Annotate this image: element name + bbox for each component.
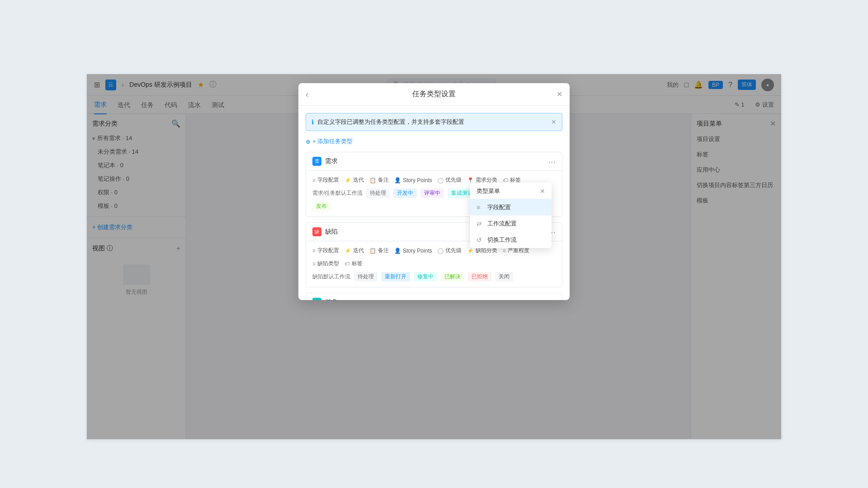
bug-icon: 缺 — [312, 227, 321, 236]
info-banner-close[interactable]: ✕ — [551, 118, 557, 126]
field-priority-demand[interactable]: ◯ 优先级 — [438, 176, 462, 184]
bug-status-fixing[interactable]: 修复中 — [414, 272, 437, 282]
modal-title: 任务类型设置 — [412, 89, 456, 99]
bug-status-pending[interactable]: 待处理 — [354, 272, 377, 282]
context-menu-item-field-config[interactable]: ≡ 字段配置 — [470, 199, 552, 216]
status-developing[interactable]: 开发中 — [393, 188, 417, 198]
bug-status-reopen[interactable]: 重新打开 — [381, 272, 410, 282]
field-story-points-demand[interactable]: 👤 Story Points — [394, 177, 432, 183]
section-demand-header: 需 需求 ··· — [306, 152, 562, 171]
bug-status-resolved[interactable]: 已解决 — [441, 272, 464, 282]
field-priority-bug[interactable]: ◯ 优先级 — [438, 247, 462, 254]
section-task-header: 任 任务 ··· — [306, 293, 562, 300]
workflow-config-icon: ⇄ — [476, 220, 484, 227]
info-banner: ℹ 自定义字段已调整为任务类型配置，并支持多套字段配置 ✕ — [306, 113, 562, 131]
task-icon: 任 — [312, 298, 321, 300]
field-story-points-bug[interactable]: 👤 Story Points — [394, 248, 432, 254]
modal-header: ‹ 任务类型设置 ✕ — [298, 83, 570, 106]
add-icon: ⊕ — [306, 138, 311, 145]
field-config-demand[interactable]: ≡ 字段配置 — [312, 176, 339, 184]
field-iteration-demand[interactable]: ⚡ 迭代 — [344, 176, 364, 184]
info-text: 自定义字段已调整为任务类型配置，并支持多套字段配置 — [317, 118, 464, 126]
section-bug-body: ≡ 字段配置 ⚡ 迭代 📋 备注 👤 Story Points ◯ 优先级 ⚡ … — [306, 241, 562, 287]
field-label-bug[interactable]: 🏷 标签 — [344, 260, 363, 267]
bug-title: 缺陷 — [325, 228, 338, 236]
status-pending-demand[interactable]: 待处理 — [366, 188, 390, 198]
context-menu-close[interactable]: ✕ — [540, 188, 545, 195]
bug-status-rejected[interactable]: 已拒绝 — [468, 272, 491, 282]
modal-close-icon[interactable]: ✕ — [557, 90, 562, 99]
switch-workflow-icon: ↺ — [476, 236, 484, 244]
workflow-label-bug: 缺陷默认工作流 — [312, 273, 350, 281]
demand-icon: 需 — [312, 157, 321, 166]
add-type-link[interactable]: ⊕ + 添加任务类型 — [306, 137, 562, 145]
field-config-bug[interactable]: ≡ 字段配置 — [312, 247, 339, 254]
context-menu: 类型菜单 ✕ ≡ 字段配置 ⇄ 工作流配置 ↺ 切换工作流 — [470, 183, 552, 248]
field-note-demand[interactable]: 📋 备注 — [369, 176, 389, 184]
modal-back-icon[interactable]: ‹ — [306, 89, 309, 99]
task-title: 任务 — [325, 298, 338, 300]
demand-more-icon[interactable]: ··· — [548, 157, 556, 166]
context-menu-header: 类型菜单 ✕ — [470, 183, 552, 199]
field-iteration-bug[interactable]: ⚡ 迭代 — [344, 247, 364, 254]
info-icon-banner: ℹ — [311, 118, 314, 126]
section-task: 任 任务 ··· ≡ 字段配置 ⚡ 迭代 📋 备注 ◯ 优先级 🏷 标签 — [306, 293, 562, 300]
status-reviewing[interactable]: 评审中 — [420, 188, 444, 198]
field-note-bug[interactable]: 📋 备注 — [369, 247, 389, 254]
field-bug-type[interactable]: ≡ 缺陷类型 — [312, 260, 339, 267]
demand-title: 需求 — [325, 157, 338, 165]
bug-status-closed[interactable]: 关闭 — [495, 272, 513, 282]
status-release[interactable]: 发布 — [312, 202, 330, 211]
context-menu-item-workflow-config[interactable]: ⇄ 工作流配置 — [470, 216, 552, 232]
field-config-menu-icon: ≡ — [476, 204, 484, 211]
context-menu-item-switch-workflow[interactable]: ↺ 切换工作流 — [470, 232, 552, 248]
task-more-icon[interactable]: ··· — [548, 298, 556, 300]
modal-overlay: ‹ 任务类型设置 ✕ ℹ 自定义字段已调整为任务类型配置，并支持多套字段配置 ✕… — [87, 74, 781, 439]
workflow-label-demand: 需求/任务默认工作流 — [312, 189, 363, 197]
